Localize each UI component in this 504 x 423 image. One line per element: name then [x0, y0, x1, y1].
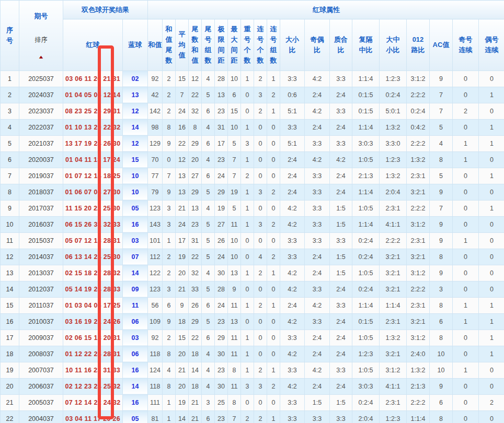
- stat-cell: 3:3: [280, 362, 305, 378]
- stat-cell: 4: [202, 265, 215, 281]
- stat-cell: 3:3: [330, 410, 352, 423]
- stat-cell: 0: [241, 394, 254, 410]
- stat-cell: 123: [148, 281, 163, 297]
- stat-cell: 0: [267, 119, 280, 135]
- column-header: 尾数 和值: [189, 19, 202, 70]
- stat-cell: 1: [241, 362, 254, 378]
- stat-cell: 1: [479, 297, 504, 313]
- stat-cell: 11: [228, 297, 241, 313]
- stat-cell: 4: [430, 135, 453, 151]
- stat-cell: 0: [453, 265, 479, 281]
- blue-ball-cell: 12: [123, 135, 148, 151]
- stat-cell: 22: [189, 87, 202, 103]
- table-row: 5202103713 17 19 24 26 30121299222961753…: [1, 135, 504, 151]
- stat-cell: 1:2:3: [380, 410, 407, 423]
- red-balls-cell: 02 06 15 18 20 31: [63, 330, 123, 346]
- red-balls-cell: 02 15 18 27 28 32: [63, 265, 123, 281]
- table-row: 19200703710 11 16 23 31 3316124421144238…: [1, 362, 504, 378]
- stat-cell: 3:3: [330, 297, 352, 313]
- stat-cell: 1:1:4: [352, 70, 380, 87]
- stat-cell: 24: [215, 297, 228, 313]
- stat-cell: 21: [176, 362, 189, 378]
- stat-cell: 1: [241, 184, 254, 200]
- stat-cell: 1: [163, 232, 176, 249]
- column-header: 蓝球: [123, 19, 148, 70]
- seq-cell: 4: [1, 119, 19, 135]
- blue-ball-cell: 07: [123, 249, 148, 265]
- table-row: 1202503703 06 11 20 21 31029221512428101…: [1, 70, 504, 87]
- stat-cell: 4:2: [280, 200, 305, 216]
- stat-cell: 2: [241, 168, 254, 184]
- stat-cell: 19: [215, 200, 228, 216]
- table-row: 12201403706 13 14 24 25 3007112219225241…: [1, 249, 504, 265]
- stat-cell: 1: [241, 151, 254, 168]
- stat-cell: 6: [202, 410, 215, 423]
- stat-cell: 0: [254, 394, 267, 410]
- stat-cell: 2:4: [305, 119, 330, 135]
- stat-cell: 13: [176, 168, 189, 184]
- stat-cell: 9: [430, 70, 453, 87]
- stat-cell: 26: [215, 232, 228, 249]
- stat-cell: 0: [267, 151, 280, 168]
- stat-cell: 1: [241, 119, 254, 135]
- stat-cell: 9: [430, 378, 453, 394]
- stat-cell: 3:1:2: [407, 70, 430, 87]
- stat-cell: 4:2: [305, 362, 330, 378]
- stat-cell: 7: [228, 410, 241, 423]
- stat-cell: 22: [189, 249, 202, 265]
- table-row: 6202003701 04 11 13 17 24157001220423710…: [1, 151, 504, 168]
- stat-cell: 1:5: [330, 265, 352, 281]
- stat-cell: 70: [148, 151, 163, 168]
- stat-cell: 31: [215, 119, 228, 135]
- stat-cell: 6: [430, 394, 453, 410]
- seq-cell: 19: [1, 362, 19, 378]
- stat-cell: 79: [148, 184, 163, 200]
- stat-cell: 13: [189, 200, 202, 216]
- seq-cell: 10: [1, 216, 19, 232]
- stat-cell: 0: [254, 119, 267, 135]
- period-sort-header[interactable]: 期号 排序 ▲: [19, 1, 63, 71]
- stat-cell: 3: [241, 378, 254, 394]
- stat-cell: 8: [163, 119, 176, 135]
- seq-cell: 1: [1, 70, 19, 87]
- seq-cell: 13: [1, 265, 19, 281]
- period-cell: 2014037: [19, 249, 63, 265]
- stat-cell: 2: [479, 394, 504, 410]
- stat-cell: 0: [267, 346, 280, 362]
- stat-cell: 9: [163, 135, 176, 151]
- stat-cell: 21: [176, 281, 189, 297]
- stat-cell: 8: [430, 410, 453, 423]
- stat-cell: 13: [176, 184, 189, 200]
- stat-cell: 3:3: [330, 70, 352, 87]
- stat-cell: 3:3: [305, 135, 330, 151]
- stat-cell: 3:3: [305, 313, 330, 330]
- stat-cell: 1: [241, 346, 254, 362]
- stat-cell: 2:4: [305, 249, 330, 265]
- stat-cell: 2:3:1: [380, 200, 407, 216]
- stat-cell: 0: [479, 378, 504, 394]
- column-header: AC值: [430, 19, 453, 70]
- stat-cell: 1:5: [330, 249, 352, 265]
- stat-cell: 2:4: [280, 184, 305, 200]
- stat-cell: 0: [453, 281, 479, 297]
- seq-cell: 22: [1, 410, 19, 423]
- stat-cell: 21: [176, 200, 189, 216]
- stat-cell: 7: [430, 200, 453, 216]
- stat-cell: 0: [479, 362, 504, 378]
- sort-label[interactable]: 排序: [19, 37, 63, 43]
- stat-cell: 4: [163, 362, 176, 378]
- stat-cell: 4:2: [305, 151, 330, 168]
- stat-cell: 4:2: [280, 216, 305, 232]
- stat-cell: 6: [202, 330, 215, 346]
- stat-cell: 0: [479, 184, 504, 200]
- stat-cell: 5: [202, 281, 215, 297]
- stat-cell: 4: [202, 378, 215, 394]
- stat-cell: 15: [228, 103, 241, 119]
- blue-ball-cell: 16: [123, 362, 148, 378]
- stat-cell: 26: [189, 297, 202, 313]
- red-balls-cell: 03 16 19 21 24 26: [63, 313, 123, 330]
- stat-cell: 2: [163, 87, 176, 103]
- seq-cell: 5: [1, 135, 19, 151]
- stat-cell: 29: [189, 135, 202, 151]
- stat-cell: 24: [215, 249, 228, 265]
